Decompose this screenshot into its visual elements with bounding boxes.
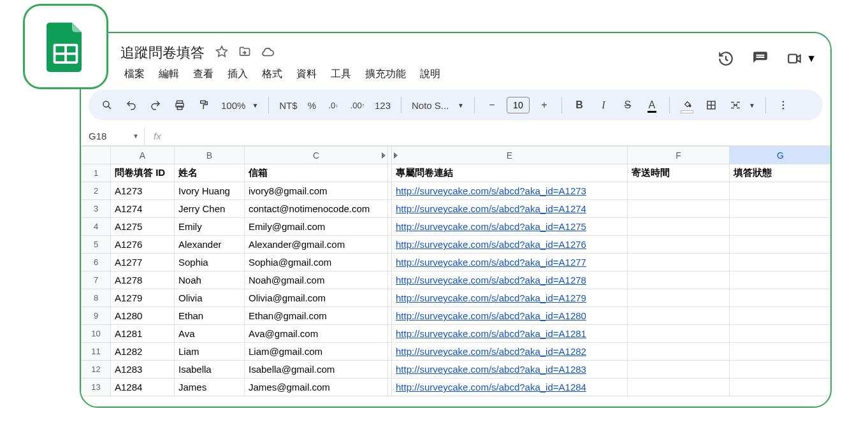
survey-link[interactable]: http://surveycake.com/s/abcd?aka_id=A128… (396, 346, 586, 357)
cell[interactable]: Isabella@gmail.com (245, 361, 388, 378)
cell[interactable]: http://surveycake.com/s/abcd?aka_id=A127… (392, 218, 628, 236)
select-all-corner[interactable] (82, 147, 111, 164)
cell[interactable] (730, 236, 832, 254)
cell[interactable]: http://surveycake.com/s/abcd?aka_id=A127… (392, 200, 628, 218)
cell[interactable]: A1273 (111, 182, 175, 200)
survey-link[interactable]: http://surveycake.com/s/abcd?aka_id=A127… (396, 239, 586, 250)
col-header-G[interactable]: G (730, 147, 832, 164)
cell[interactable] (730, 325, 832, 343)
cell[interactable]: 寄送時間 (628, 164, 730, 182)
cell[interactable]: http://surveycake.com/s/abcd?aka_id=A127… (392, 236, 628, 254)
cell[interactable]: A1274 (111, 200, 175, 218)
print-icon[interactable] (170, 96, 189, 115)
cell[interactable]: Sophia@gmail.com (245, 254, 388, 271)
cell[interactable]: 姓名 (175, 164, 245, 182)
cell[interactable] (730, 182, 832, 200)
cell[interactable] (628, 325, 730, 343)
survey-link[interactable]: http://surveycake.com/s/abcd?aka_id=A128… (396, 328, 586, 339)
row-header-7[interactable]: 7 (82, 271, 111, 289)
cell[interactable] (730, 254, 832, 271)
cell[interactable] (628, 271, 730, 289)
font-family-select[interactable]: Noto S... (409, 100, 454, 111)
survey-link[interactable]: http://surveycake.com/s/abcd?aka_id=A127… (396, 185, 586, 196)
cell[interactable]: Noah@gmail.com (245, 271, 388, 289)
row-header-12[interactable]: 12 (82, 361, 111, 378)
cell[interactable]: A1275 (111, 218, 175, 236)
cell[interactable]: A1278 (111, 271, 175, 289)
cell[interactable]: http://surveycake.com/s/abcd?aka_id=A128… (392, 325, 628, 343)
increase-decimal-icon[interactable]: .00↑ (348, 96, 367, 115)
col-header-E[interactable]: E (392, 147, 628, 164)
italic-button[interactable]: I (594, 96, 613, 115)
cell[interactable]: James@gmail.com (245, 378, 388, 396)
cell[interactable]: Liam (175, 343, 245, 361)
cell[interactable]: Sophia (175, 254, 245, 271)
name-box-caret-icon[interactable]: ▼ (133, 133, 139, 140)
cell[interactable] (730, 307, 832, 325)
number-format-button[interactable]: 123 (372, 100, 393, 111)
cell[interactable] (628, 254, 730, 271)
menu-6[interactable]: 工具 (324, 65, 358, 83)
cell[interactable]: A1283 (111, 361, 175, 378)
row-header-5[interactable]: 5 (82, 236, 111, 254)
cell[interactable]: Ava (175, 325, 245, 343)
cell[interactable]: Jerry Chen (175, 200, 245, 218)
more-toolbar-icon[interactable] (774, 96, 793, 115)
document-title[interactable]: 追蹤問卷填答 (119, 42, 208, 62)
survey-link[interactable]: http://surveycake.com/s/abcd?aka_id=A128… (396, 382, 586, 392)
cell[interactable] (628, 378, 730, 396)
comments-icon[interactable] (751, 50, 769, 68)
cell[interactable]: ivory8@gmail.com (245, 182, 388, 200)
cell[interactable] (628, 343, 730, 361)
font-caret-icon[interactable]: ▼ (458, 102, 464, 109)
cell[interactable] (730, 378, 832, 396)
fill-color-button[interactable] (677, 96, 697, 115)
cell[interactable]: A1276 (111, 236, 175, 254)
cell[interactable]: Ava@gmail.com (245, 325, 388, 343)
cell[interactable]: Alexander@gmail.com (245, 236, 388, 254)
currency-button[interactable]: NT$ (277, 100, 300, 111)
meet-caret-icon[interactable]: ▼ (806, 53, 816, 64)
cell[interactable]: A1277 (111, 254, 175, 271)
survey-link[interactable]: http://surveycake.com/s/abcd?aka_id=A128… (396, 310, 586, 321)
cell[interactable] (730, 271, 832, 289)
borders-button[interactable] (702, 96, 721, 115)
cell[interactable] (730, 289, 832, 307)
cell[interactable]: http://surveycake.com/s/abcd?aka_id=A127… (392, 271, 628, 289)
menu-8[interactable]: 說明 (414, 65, 447, 83)
survey-link[interactable]: http://surveycake.com/s/abcd?aka_id=A127… (396, 275, 586, 285)
font-size-input[interactable]: 10 (507, 97, 530, 113)
row-header-6[interactable]: 6 (82, 254, 111, 271)
survey-link[interactable]: http://surveycake.com/s/abcd?aka_id=A127… (396, 292, 586, 303)
cell[interactable] (628, 361, 730, 378)
cell[interactable]: Noah (175, 271, 245, 289)
formula-input[interactable] (170, 127, 823, 145)
row-header-10[interactable]: 10 (82, 325, 111, 343)
cell[interactable]: http://surveycake.com/s/abcd?aka_id=A127… (392, 289, 628, 307)
cell[interactable]: Emily@gmail.com (245, 218, 388, 236)
survey-link[interactable]: http://surveycake.com/s/abcd?aka_id=A127… (396, 203, 586, 214)
survey-link[interactable]: http://surveycake.com/s/abcd?aka_id=A128… (396, 364, 586, 375)
col-header-A[interactable]: A (111, 147, 175, 164)
cloud-saved-icon[interactable] (261, 45, 275, 59)
row-header-11[interactable]: 11 (82, 343, 111, 361)
menu-0[interactable]: 檔案 (118, 65, 151, 83)
row-header-2[interactable]: 2 (82, 182, 111, 200)
cell[interactable]: James (175, 378, 245, 396)
cell[interactable]: Ethan (175, 307, 245, 325)
menu-2[interactable]: 查看 (187, 65, 220, 83)
cell[interactable]: A1280 (111, 307, 175, 325)
menu-3[interactable]: 插入 (221, 65, 254, 83)
zoom-caret-icon[interactable]: ▼ (252, 102, 258, 109)
cell[interactable]: Alexander (175, 236, 245, 254)
paint-format-icon[interactable] (194, 96, 213, 115)
cell[interactable] (628, 236, 730, 254)
version-history-icon[interactable] (717, 50, 735, 68)
move-folder-icon[interactable] (238, 45, 252, 59)
row-header-13[interactable]: 13 (82, 378, 111, 396)
cell[interactable]: http://surveycake.com/s/abcd?aka_id=A128… (392, 378, 628, 396)
cell[interactable]: Olivia (175, 289, 245, 307)
decrease-font-size-button[interactable]: − (482, 96, 502, 115)
row-header-8[interactable]: 8 (82, 289, 111, 307)
cell[interactable]: Ivory Huang (175, 182, 245, 200)
